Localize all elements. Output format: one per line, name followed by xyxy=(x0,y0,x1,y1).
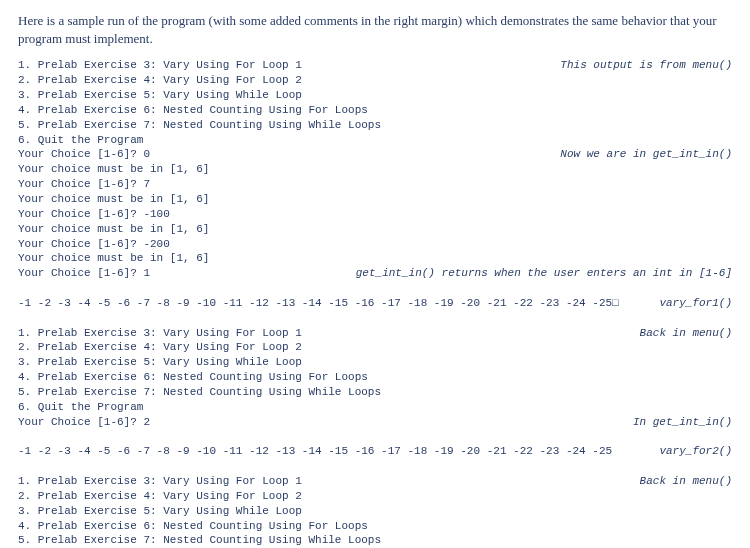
output-line: Your Choice [1-6]? 2In get_int_in() xyxy=(18,415,732,430)
program-output xyxy=(18,281,25,296)
intro-paragraph: Here is a sample run of the program (wit… xyxy=(18,12,732,48)
margin-comment: This output is from menu() xyxy=(552,58,732,73)
output-line: 3. Prelab Exercise 5: Vary Using While L… xyxy=(18,88,732,103)
output-line: Your Choice [1-6]? 1get_int_in() returns… xyxy=(18,266,732,281)
program-output: 4. Prelab Exercise 6: Nested Counting Us… xyxy=(18,103,368,118)
output-line xyxy=(18,311,732,326)
output-line: 4. Prelab Exercise 6: Nested Counting Us… xyxy=(18,370,732,385)
program-output: -1 -2 -3 -4 -5 -6 -7 -8 -9 -10 -11 -12 -… xyxy=(18,296,619,311)
program-output: Your choice must be in [1, 6] xyxy=(18,162,209,177)
output-line xyxy=(18,281,732,296)
program-output: 3. Prelab Exercise 5: Vary Using While L… xyxy=(18,504,302,519)
output-line: Your Choice [1-6]? 7 xyxy=(18,177,732,192)
output-line: -1 -2 -3 -4 -5 -6 -7 -8 -9 -10 -11 -12 -… xyxy=(18,444,732,459)
program-output: 4. Prelab Exercise 6: Nested Counting Us… xyxy=(18,370,368,385)
output-line: Your Choice [1-6]? 0Now we are in get_in… xyxy=(18,147,732,162)
output-line: 4. Prelab Exercise 6: Nested Counting Us… xyxy=(18,519,732,534)
margin-comment: Back in menu() xyxy=(632,326,732,341)
margin-comment: In get_int_in() xyxy=(625,415,732,430)
program-output: Your Choice [1-6]? 0 xyxy=(18,147,150,162)
program-output: Your choice must be in [1, 6] xyxy=(18,192,209,207)
output-line: 3. Prelab Exercise 5: Vary Using While L… xyxy=(18,504,732,519)
program-output: -1 -2 -3 -4 -5 -6 -7 -8 -9 -10 -11 -12 -… xyxy=(18,444,612,459)
output-line: Your Choice [1-6]? -200 xyxy=(18,237,732,252)
program-output: 1. Prelab Exercise 3: Vary Using For Loo… xyxy=(18,474,302,489)
program-output: 3. Prelab Exercise 5: Vary Using While L… xyxy=(18,88,302,103)
margin-comment: Back in menu() xyxy=(632,474,732,489)
program-output: Your Choice [1-6]? 1 xyxy=(18,266,150,281)
program-output: Your Choice [1-6]? -200 xyxy=(18,237,170,252)
margin-comment: vary_for2() xyxy=(651,444,732,459)
output-line: 3. Prelab Exercise 5: Vary Using While L… xyxy=(18,355,732,370)
output-line: Your choice must be in [1, 6] xyxy=(18,251,732,266)
output-line: 1. Prelab Exercise 3: Vary Using For Loo… xyxy=(18,326,732,341)
program-output: 6. Quit the Program xyxy=(18,400,143,415)
program-output: Your choice must be in [1, 6] xyxy=(18,251,209,266)
program-output: 2. Prelab Exercise 4: Vary Using For Loo… xyxy=(18,340,302,355)
output-line: Your choice must be in [1, 6] xyxy=(18,222,732,237)
program-output: 2. Prelab Exercise 4: Vary Using For Loo… xyxy=(18,489,302,504)
output-line: 5. Prelab Exercise 7: Nested Counting Us… xyxy=(18,118,732,133)
output-line: -1 -2 -3 -4 -5 -6 -7 -8 -9 -10 -11 -12 -… xyxy=(18,296,732,311)
output-line: 2. Prelab Exercise 4: Vary Using For Loo… xyxy=(18,489,732,504)
program-output: 3. Prelab Exercise 5: Vary Using While L… xyxy=(18,355,302,370)
output-line: Your choice must be in [1, 6] xyxy=(18,162,732,177)
output-line: Your Choice [1-6]? -100 xyxy=(18,207,732,222)
output-line: 1. Prelab Exercise 3: Vary Using For Loo… xyxy=(18,474,732,489)
output-line: 6. Quit the Program xyxy=(18,400,732,415)
program-output: Your Choice [1-6]? 2 xyxy=(18,415,150,430)
program-output: 5. Prelab Exercise 7: Nested Counting Us… xyxy=(18,118,381,133)
output-line: 4. Prelab Exercise 6: Nested Counting Us… xyxy=(18,103,732,118)
program-output: Your Choice [1-6]? -100 xyxy=(18,207,170,222)
output-line xyxy=(18,459,732,474)
program-output xyxy=(18,429,25,444)
margin-comment: get_int_in() returns when the user enter… xyxy=(348,266,732,281)
program-output: Your Choice [1-6]? 7 xyxy=(18,177,150,192)
output-line: 5. Prelab Exercise 7: Nested Counting Us… xyxy=(18,533,732,548)
program-output xyxy=(18,311,25,326)
sample-run-output: 1. Prelab Exercise 3: Vary Using For Loo… xyxy=(18,58,732,548)
program-output: 5. Prelab Exercise 7: Nested Counting Us… xyxy=(18,385,381,400)
output-line: 2. Prelab Exercise 4: Vary Using For Loo… xyxy=(18,340,732,355)
program-output: 4. Prelab Exercise 6: Nested Counting Us… xyxy=(18,519,368,534)
margin-comment: vary_for1() xyxy=(651,296,732,311)
program-output: 2. Prelab Exercise 4: Vary Using For Loo… xyxy=(18,73,302,88)
output-line: 5. Prelab Exercise 7: Nested Counting Us… xyxy=(18,385,732,400)
output-line xyxy=(18,429,732,444)
program-output: 5. Prelab Exercise 7: Nested Counting Us… xyxy=(18,533,381,548)
output-line: 6. Quit the Program xyxy=(18,133,732,148)
output-line: 1. Prelab Exercise 3: Vary Using For Loo… xyxy=(18,58,732,73)
output-line: Your choice must be in [1, 6] xyxy=(18,192,732,207)
program-output: 1. Prelab Exercise 3: Vary Using For Loo… xyxy=(18,326,302,341)
output-line: 2. Prelab Exercise 4: Vary Using For Loo… xyxy=(18,73,732,88)
program-output: 6. Quit the Program xyxy=(18,133,143,148)
margin-comment: Now we are in get_int_in() xyxy=(552,147,732,162)
program-output: Your choice must be in [1, 6] xyxy=(18,222,209,237)
program-output: 1. Prelab Exercise 3: Vary Using For Loo… xyxy=(18,58,302,73)
program-output xyxy=(18,459,25,474)
